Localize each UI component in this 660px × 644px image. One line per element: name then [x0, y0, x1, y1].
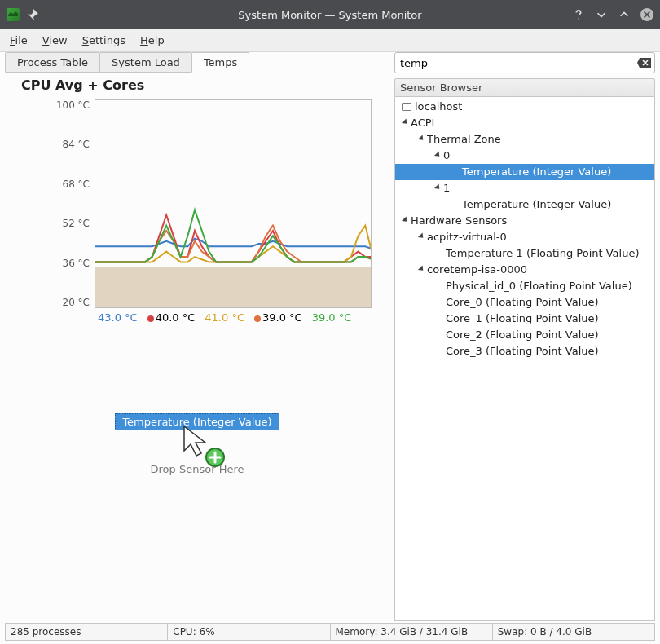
window-title: System Monitor — System Monitor — [0, 9, 660, 21]
minimize-icon[interactable] — [595, 8, 608, 21]
tree-core3[interactable]: Core_3 (Floating Point Value) — [395, 343, 654, 359]
chart-y-axis: 100 °C 84 °C 68 °C 52 °C 36 °C 20 °C — [5, 99, 95, 308]
tree-core0[interactable]: Core_0 (Floating Point Value) — [395, 294, 654, 311]
legend-core1: 41.0 °C — [205, 311, 244, 324]
tabs: Process Table System Load Temps — [5, 52, 389, 73]
tree-phys[interactable]: Physical_id_0 (Floating Point Value) — [395, 278, 654, 294]
tree-core2[interactable]: Core_2 (Floating Point Value) — [395, 327, 654, 343]
tab-process-table[interactable]: Process Table — [5, 52, 100, 73]
tree-core1[interactable]: Core_1 (Floating Point Value) — [395, 311, 654, 327]
legend-avg: 43.0 °C — [98, 311, 138, 324]
tree-acpitz-t1[interactable]: Temperature 1 (Floating Point Value) — [395, 245, 654, 262]
tree-thermal-zone[interactable]: Thermal Zone — [395, 131, 654, 148]
legend-core2: 39.0 °C — [254, 311, 302, 324]
tree-tz0[interactable]: 0 — [395, 148, 654, 164]
legend-core3: 39.0 °C — [312, 311, 352, 324]
tab-temps[interactable]: Temps — [191, 52, 249, 73]
menu-settings[interactable]: Settings — [82, 34, 125, 46]
chart-title: CPU Avg + Cores — [21, 77, 389, 93]
help-icon[interactable] — [572, 8, 585, 21]
status-cpu: CPU: 6% — [168, 623, 330, 641]
statusbar: 285 processes CPU: 6% Memory: 3.4 GiB / … — [5, 623, 655, 641]
clear-search-icon[interactable] — [637, 55, 652, 70]
tree-acpi[interactable]: ACPI — [395, 115, 654, 131]
maximize-icon[interactable] — [618, 8, 631, 21]
tree-tz1-temp[interactable]: Temperature (Integer Value) — [395, 196, 654, 213]
sensor-browser-header: Sensor Browser — [394, 78, 655, 97]
drag-chip: Temperature (Integer Value) — [115, 413, 279, 430]
sensor-search-input[interactable] — [394, 52, 655, 73]
monitor-icon — [402, 103, 411, 111]
chart-legend: 43.0 °C 40.0 °C 41.0 °C 39.0 °C 39.0 °C — [98, 311, 389, 324]
titlebar: System Monitor — System Monitor — [0, 0, 660, 29]
status-memory: Memory: 3.4 GiB / 31.4 GiB — [331, 623, 493, 641]
app-icon — [7, 8, 20, 21]
status-swap: Swap: 0 B / 4.0 GiB — [493, 623, 655, 641]
tree-tz0-temp[interactable]: Temperature (Integer Value) — [395, 164, 654, 180]
chart-canvas — [95, 99, 372, 308]
tree-hw[interactable]: Hardware Sensors — [395, 213, 654, 229]
tree-tz1[interactable]: 1 — [395, 180, 654, 196]
tree-acpitz[interactable]: acpitz-virtual-0 — [395, 229, 654, 245]
menu-help[interactable]: Help — [140, 34, 165, 46]
close-button[interactable] — [640, 8, 653, 21]
tree-coretemp[interactable]: coretemp-isa-0000 — [395, 262, 654, 278]
drop-label: Drop Sensor Here — [5, 463, 389, 475]
status-processes: 285 processes — [5, 623, 168, 641]
menubar: File View Settings Help — [0, 29, 660, 52]
menu-file[interactable]: File — [10, 34, 28, 46]
sensor-tree: localhost ACPI Thermal Zone 0 Temperatur… — [394, 97, 655, 621]
pin-icon[interactable] — [26, 8, 39, 21]
legend-core0: 40.0 °C — [147, 311, 196, 324]
menu-view[interactable]: View — [42, 34, 68, 46]
sensor-drop-zone[interactable]: Temperature (Integer Value) Drop Sensor … — [5, 413, 389, 475]
tree-root[interactable]: localhost — [395, 99, 654, 115]
tab-system-load[interactable]: System Load — [99, 52, 192, 73]
